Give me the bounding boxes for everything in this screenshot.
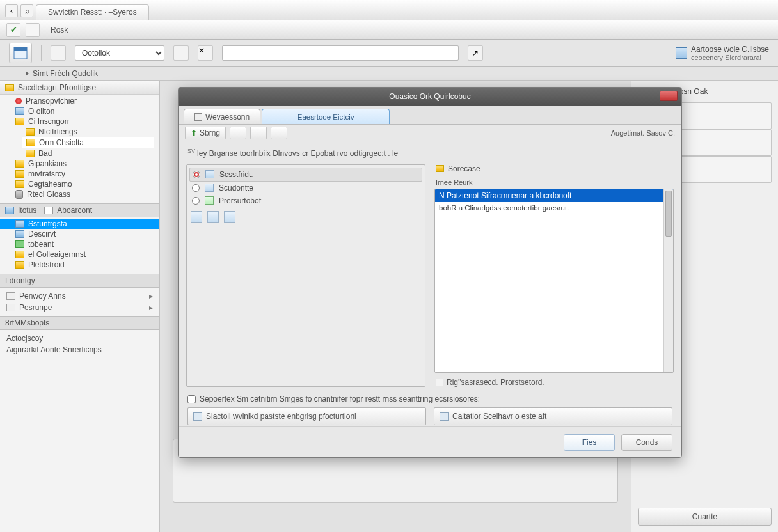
dialog-option[interactable]: Prersurtobof xyxy=(189,194,422,207)
sidebar-item-label: Aignrarkif Aonte Snrerticnps xyxy=(6,345,102,354)
sidebar-item[interactable]: O oliton xyxy=(0,106,159,116)
sidebar-tree-1: PransopvtchierO olitonCi InscngorrNIcttr… xyxy=(0,95,159,203)
search-small-button[interactable]: ⌕ xyxy=(20,4,33,17)
dialog-field-1[interactable]: Siactoll wvinikd pastste enbgrisg pfoctu… xyxy=(187,407,426,425)
item-icon xyxy=(6,304,15,311)
chevron-right-icon xyxy=(26,71,29,76)
right-sublabel: Irnee Reurk xyxy=(436,178,674,186)
secondary-toolbar: ✔ Rosk xyxy=(0,20,778,40)
checkbox-input[interactable] xyxy=(187,395,196,403)
dialog-field-2[interactable]: Caitatior Sceihavr o este aft xyxy=(434,407,672,425)
grid-icon xyxy=(676,47,687,59)
tree-icon xyxy=(26,128,35,136)
sidebar-item[interactable]: Orm Chsiolta xyxy=(22,137,154,148)
ribbon-btn-3[interactable]: ✕ xyxy=(198,45,213,61)
app-icon[interactable] xyxy=(9,43,32,63)
sidebar-item[interactable]: Penwoy Anns▸ xyxy=(0,290,159,302)
mini-icon[interactable] xyxy=(224,211,235,223)
sidebar-item-label: tobeant xyxy=(28,240,54,249)
sidebar-group-2a-label: Itotus xyxy=(18,206,36,215)
sidebar-item[interactable]: Pesrunpe▸ xyxy=(0,302,159,313)
option-icon xyxy=(205,184,214,192)
search-go-button[interactable]: ↗ xyxy=(468,45,483,61)
tree-icon xyxy=(26,139,35,146)
tree-icon xyxy=(15,261,24,269)
option-icon xyxy=(205,196,214,205)
sidebar-group-1-header[interactable]: Sacdtetagrt Pfronttigse xyxy=(0,81,159,95)
tree-icon xyxy=(15,98,22,104)
dialog-button-row: Fies Conds xyxy=(179,426,681,457)
sidebar-item-label: Orm Chsiolta xyxy=(39,138,84,147)
dialog-checkbox[interactable]: Sepoertex Sm cetnitirn Smges fo cnantnif… xyxy=(187,395,672,403)
back-button[interactable]: ‹ xyxy=(5,4,18,17)
chevron-icon: ▸ xyxy=(149,303,153,312)
sidebar-item-label: Sstuntrgsta xyxy=(28,219,67,228)
sub-icon xyxy=(44,207,53,214)
list-item[interactable]: N Patztenot Sifracrnnenar a kbcrdonoft x xyxy=(435,189,673,202)
sidebar-group-2-header[interactable]: Itotus Aboarcont xyxy=(0,203,159,217)
dialog-description: SV ley Brganse toorlnbiix Dlnvovs cr Epo… xyxy=(186,146,674,160)
tree-icon xyxy=(15,190,23,199)
option-icon xyxy=(205,170,214,178)
sidebar-group-2b-label: Aboarcont xyxy=(57,206,92,215)
sidebar-item-label: Penwoy Anns xyxy=(19,292,66,301)
dialog-option[interactable]: Scudontte xyxy=(189,182,422,194)
sidebar-item[interactable]: Sstuntrgsta xyxy=(0,219,159,229)
sidebar-item[interactable]: tobeant xyxy=(0,239,159,249)
sidebar-item-label: Pesrunpe xyxy=(19,303,52,312)
mini-icon[interactable] xyxy=(207,211,219,223)
scrollbar[interactable] xyxy=(663,189,673,372)
option-label: Prersurtobof xyxy=(219,196,261,205)
dialog-ok-button[interactable]: Fies xyxy=(564,434,615,451)
sidebar-group-3-header[interactable]: Ldrontgy xyxy=(0,274,159,288)
dialog-description-text: ley Brganse toorlnbiix Dlnvovs cr Epobat… xyxy=(197,149,398,158)
sidebar-item[interactable]: Aignrarkif Aonte Snrerticnps xyxy=(0,344,159,356)
dialog-tool-3[interactable] xyxy=(250,127,267,139)
dialog-tool-share[interactable]: ⬆Sbrng xyxy=(185,127,226,139)
breadcrumb: Simt Frèch Qudolik xyxy=(0,66,778,81)
sidebar-item[interactable]: Rtecl Gloass xyxy=(0,189,159,199)
dialog-tool-2[interactable] xyxy=(230,127,246,139)
sidebar-section-4-header[interactable]: 8rtMMsbopts xyxy=(0,316,159,330)
tree-icon xyxy=(15,240,24,248)
tree-icon xyxy=(26,150,35,157)
sidebar-item-label: el Golleaigernnst xyxy=(28,250,86,259)
dialog-tool-right-label: Augetimat. Sasov C. xyxy=(611,129,675,137)
tree-icon xyxy=(15,107,24,115)
dialog-cancel-button[interactable]: Conds xyxy=(621,434,672,451)
ribbon-btn-2[interactable] xyxy=(173,45,189,61)
field-2-text: Caitatior Sceihavr o este aft xyxy=(452,412,546,421)
sidebar-item[interactable]: Bad xyxy=(0,148,159,159)
dialog-right-listbox[interactable]: N Patztenot Sifracrnnenar a kbcrdonoft x… xyxy=(434,189,674,373)
dialog-tab-1-label: Wevaessonn xyxy=(205,113,250,121)
sidebar-item[interactable]: el Golleaigernnst xyxy=(0,249,159,260)
context-combo[interactable]: Ootoliok xyxy=(75,45,164,61)
status-icon: ✔ xyxy=(6,23,20,37)
dialog-title-text: Ouasico Ork Quirlcobuc xyxy=(389,92,470,101)
right-panel-action-button[interactable]: Cuartte xyxy=(638,508,772,526)
mini-icon[interactable] xyxy=(191,211,202,223)
sidebar-item[interactable]: mivtratsrcy xyxy=(0,169,159,179)
sidebar-item[interactable]: NIcttrtiengs xyxy=(0,127,159,137)
ribbon-right-caption: Aartoose wole C.lisbse ceocencry Slcrdra… xyxy=(676,45,769,61)
browser-tab-1[interactable]: Swvictkn Resst: · –Syeros xyxy=(36,4,149,20)
sidebar-item-label: Cegtaheamo xyxy=(28,180,72,189)
ribbon-btn-1[interactable] xyxy=(51,45,66,61)
dialog-tab-1[interactable]: Wevaessonn xyxy=(184,109,260,124)
sidebar-item[interactable]: Pletdstroid xyxy=(0,260,159,270)
tab-icon xyxy=(194,113,202,121)
sidebar-item[interactable]: Ci Inscngorr xyxy=(0,116,159,127)
sidebar-item[interactable]: Descirvt xyxy=(0,229,159,239)
field-icon xyxy=(440,412,449,421)
sidebar-item[interactable]: Cegtaheamo xyxy=(0,179,159,189)
dialog-tab-2[interactable]: Eaesrtooe Eictciv xyxy=(262,109,390,124)
sidebar-item[interactable]: Actocjscoy xyxy=(0,332,159,344)
sidebar-item[interactable]: Pransopvtchier xyxy=(0,96,159,106)
tool-icon-1[interactable] xyxy=(26,23,40,37)
dialog-tool-4[interactable] xyxy=(271,127,287,139)
sidebar-item[interactable]: Gipankians xyxy=(0,159,159,169)
dialog-close-button[interactable] xyxy=(660,91,678,101)
ribbon-search-input[interactable] xyxy=(222,45,459,61)
dialog-option[interactable]: Scsstfridt. xyxy=(189,168,422,182)
list-item[interactable]: bohR a Clinadgdss eomotertibr gaesrut. xyxy=(435,202,673,214)
